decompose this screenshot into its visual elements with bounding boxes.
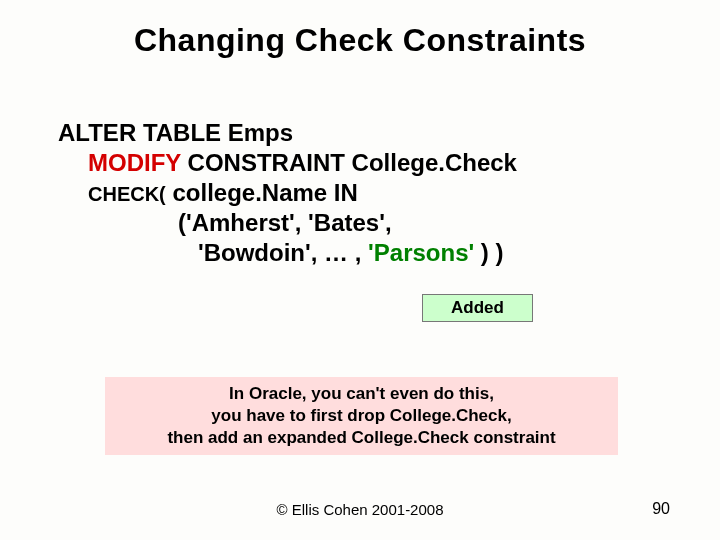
code-block: ALTER TABLE Emps MODIFY CONSTRAINT Colle… <box>58 118 517 268</box>
code-line-2: MODIFY CONSTRAINT College.Check <box>58 148 517 178</box>
note-line-1: In Oracle, you can't even do this, <box>109 383 614 405</box>
note-line-2: you have to first drop College.Check, <box>109 405 614 427</box>
code-line-5c: ) ) <box>474 239 503 266</box>
slide: Changing Check Constraints ALTER TABLE E… <box>0 0 720 540</box>
check-open: CHECK( <box>88 183 166 205</box>
code-line-3: CHECK( college.Name IN <box>58 178 517 208</box>
slide-title: Changing Check Constraints <box>0 0 720 59</box>
page-number: 90 <box>652 500 670 518</box>
keyword-modify: MODIFY <box>88 149 181 176</box>
code-line-5: 'Bowdoin', … , 'Parsons' ) ) <box>58 238 517 268</box>
code-line-1: ALTER TABLE Emps <box>58 118 517 148</box>
note-box: In Oracle, you can't even do this, you h… <box>105 377 618 455</box>
code-line-4: ('Amherst', 'Bates', <box>58 208 517 238</box>
added-badge: Added <box>422 294 533 322</box>
note-line-3: then add an expanded College.Check const… <box>109 427 614 449</box>
footer-copyright: © Ellis Cohen 2001-2008 <box>0 501 720 518</box>
code-line-5a: 'Bowdoin', … , <box>198 239 368 266</box>
code-line-3-rest: college.Name IN <box>166 179 358 206</box>
added-value: 'Parsons' <box>368 239 474 266</box>
code-line-2-rest: CONSTRAINT College.Check <box>181 149 517 176</box>
